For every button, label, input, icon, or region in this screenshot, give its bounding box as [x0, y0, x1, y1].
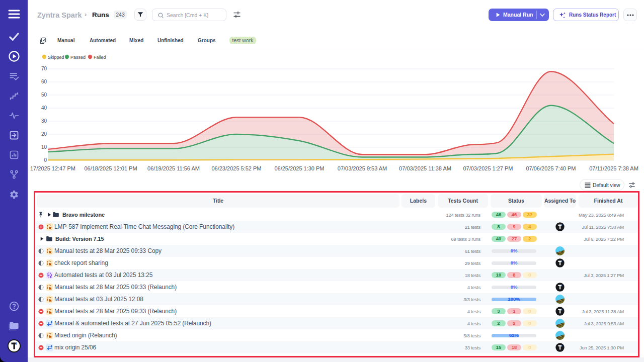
svg-text:07/11/2025 7:38 AM: 07/11/2025 7:38 AM	[589, 165, 638, 171]
svg-text:06/18/2025 12:01 PM: 06/18/2025 12:01 PM	[84, 165, 137, 171]
svg-text:0: 0	[44, 157, 47, 163]
svg-text:07/06/2025 7:40 PM: 07/06/2025 7:40 PM	[526, 165, 576, 171]
svg-text:17/2025 12:47 PM: 17/2025 12:47 PM	[30, 165, 75, 171]
svg-text:40: 40	[41, 105, 47, 111]
svg-text:30: 30	[41, 118, 47, 124]
svg-text:07/03/2025 1:27 PM: 07/03/2025 1:27 PM	[463, 165, 513, 171]
svg-text:70: 70	[41, 66, 47, 71]
svg-text:60: 60	[41, 79, 47, 84]
svg-text:07/03/2025 11:38 AM: 07/03/2025 11:38 AM	[399, 165, 451, 171]
svg-text:06/25/2025 1:30 PM: 06/25/2025 1:30 PM	[274, 165, 324, 171]
svg-text:50: 50	[41, 92, 47, 98]
svg-text:06/19/2025 11:56 AM: 06/19/2025 11:56 AM	[147, 165, 200, 171]
svg-text:06/23/2025 5:52 PM: 06/23/2025 5:52 PM	[211, 165, 261, 171]
svg-text:Passed: Passed	[70, 55, 86, 60]
svg-text:Failed: Failed	[94, 55, 106, 60]
svg-text:10: 10	[41, 144, 47, 150]
svg-text:Skipped: Skipped	[48, 55, 64, 60]
svg-text:20: 20	[41, 131, 47, 137]
svg-text:07/03/2025 9:53 AM: 07/03/2025 9:53 AM	[338, 165, 387, 171]
